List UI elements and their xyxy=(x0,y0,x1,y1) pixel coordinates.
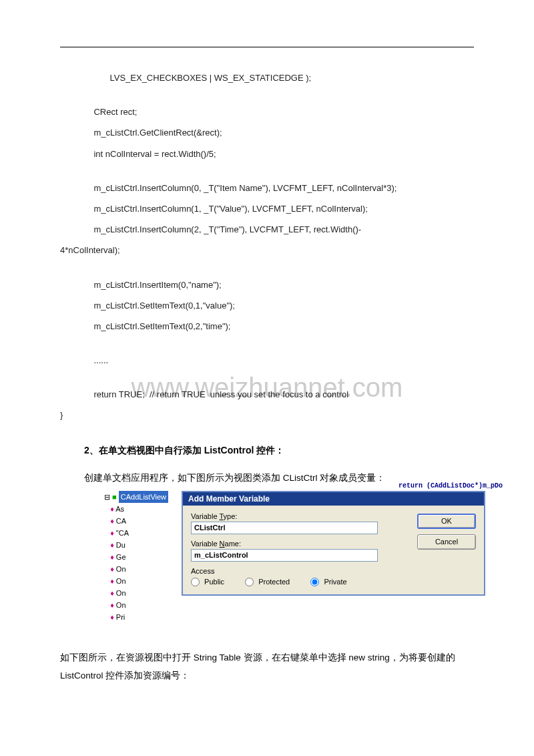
class-tree: ⊟ ■ CAddListView ♦ As ♦ CA ♦ "CA ♦ Du ♦ … xyxy=(100,491,182,638)
dialog-screenshot: return (CAddListDoc*)m_pDo ⊟ ■ CAddListV… xyxy=(100,491,501,638)
code-line: m_cListCtrl.InsertColumn(1, _T("Value"),… xyxy=(60,198,474,219)
tree-item[interactable]: ♦ As xyxy=(100,503,182,515)
radio-private[interactable]: Private xyxy=(310,578,346,586)
cancel-button[interactable]: Cancel xyxy=(417,534,476,550)
code-line: m_cListCtrl.InsertColumn(0, _T("Item Nam… xyxy=(60,178,474,198)
tree-item[interactable]: ♦ On xyxy=(100,587,182,599)
tree-item[interactable]: ♦ On xyxy=(100,563,182,575)
add-member-variable-dialog: Add Member Variable OK Cancel Variable T… xyxy=(182,491,485,596)
radio-protected[interactable]: Protected xyxy=(245,578,290,586)
tree-item[interactable]: ♦ CA xyxy=(100,515,182,527)
tree-item[interactable]: ♦ "CA xyxy=(100,527,182,539)
code-line: CRect rect; xyxy=(60,102,474,122)
code-line: m_cListCtrl.GetClientRect(&rect); xyxy=(60,122,474,143)
tree-item[interactable]: ♦ Du xyxy=(100,539,182,551)
code-line: } xyxy=(60,405,474,425)
section-heading-2: 2、在单文档视图中自行添加 ListControl 控件： xyxy=(84,445,474,457)
tree-root[interactable]: ⊟ ■ CAddListView xyxy=(100,491,182,503)
code-line: 4*nColInterval); xyxy=(60,240,474,260)
tree-item[interactable]: ♦ Ge xyxy=(100,551,182,563)
ok-button[interactable]: OK xyxy=(417,514,476,529)
variable-name-input[interactable] xyxy=(191,549,378,562)
tree-item[interactable]: ♦ Pri xyxy=(100,611,182,623)
code-line: m_cListCtrl.InsertItem(0,"name"); xyxy=(60,274,474,295)
page-top-rule xyxy=(60,47,474,47)
tree-item[interactable]: ♦ On xyxy=(100,575,182,587)
code-snippet-overlay: return (CAddListDoc*)m_pDo xyxy=(396,482,505,490)
code-line: ...... xyxy=(60,350,474,371)
radio-public[interactable]: Public xyxy=(191,578,224,586)
code-line: m_cListCtrl.SetItemText(0,1,"value"); xyxy=(60,295,474,316)
access-group-label: Access xyxy=(191,567,476,575)
dialog-title-bar: Add Member Variable xyxy=(183,491,484,506)
tree-item[interactable]: ♦ On xyxy=(100,599,182,611)
code-line: m_cListCtrl.InsertColumn(2, _T("Time"), … xyxy=(60,219,474,240)
paragraph-2: 如下图所示，在资源视图中打开 String Table 资源，在右键菜单中选择 … xyxy=(60,648,474,685)
code-line: return TRUE; // return TRUE unless you s… xyxy=(60,384,474,405)
variable-type-input[interactable] xyxy=(191,522,378,534)
code-line: int nColInterval = rect.Width()/5; xyxy=(60,144,474,164)
code-line: LVS_EX_CHECKBOXES | WS_EX_STATICEDGE ); xyxy=(60,67,474,88)
code-line: m_cListCtrl.SetItemText(0,2,"time"); xyxy=(60,316,474,337)
